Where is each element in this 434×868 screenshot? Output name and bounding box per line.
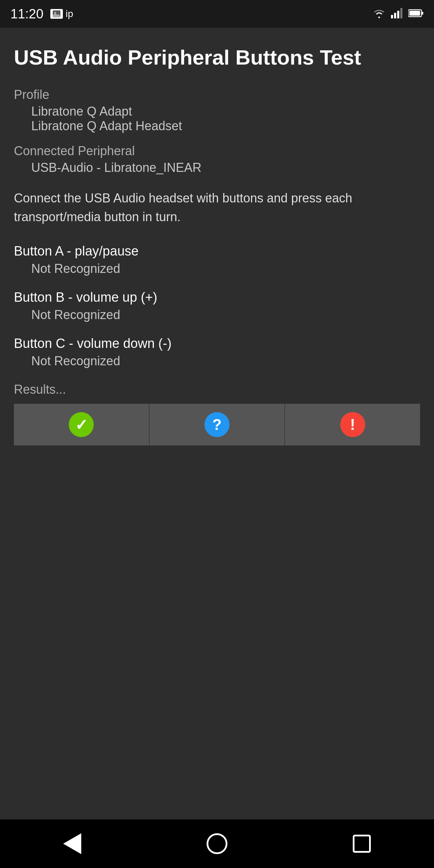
ip-label: ip <box>66 8 73 19</box>
profile-label: Profile <box>14 87 420 102</box>
profile-value-1: Libratone Q Adapt <box>14 104 420 119</box>
pass-button[interactable]: ✓ <box>14 404 150 445</box>
button-c-section: Button C - volume down (-) Not Recognize… <box>14 336 420 368</box>
status-icons: ip <box>50 8 73 19</box>
button-b-status: Not Recognized <box>14 308 420 322</box>
pass-icon: ✓ <box>69 412 94 437</box>
main-content: USB Audio Peripheral Buttons Test Profil… <box>0 28 434 819</box>
action-buttons-container: ✓ ? ! <box>14 404 420 445</box>
connected-peripheral-label: Connected Peripheral <box>14 144 420 158</box>
button-b-section: Button B - volume up (+) Not Recognized <box>14 290 420 322</box>
svg-rect-4 <box>397 11 399 18</box>
home-icon <box>207 833 227 854</box>
button-b-label: Button B - volume up (+) <box>14 290 420 305</box>
profile-value-2: Libratone Q Adapt Headset <box>14 119 420 133</box>
recents-button[interactable] <box>344 826 379 861</box>
image-icon <box>50 9 63 19</box>
results-label: Results... <box>14 382 420 397</box>
status-left: 11:20 ip <box>10 7 73 22</box>
svg-rect-5 <box>400 8 402 18</box>
button-a-label: Button A - play/pause <box>14 244 420 259</box>
status-right <box>372 8 424 20</box>
status-time: 11:20 <box>10 7 43 22</box>
battery-icon <box>408 9 424 19</box>
button-a-section: Button A - play/pause Not Recognized <box>14 244 420 276</box>
button-c-label: Button C - volume down (-) <box>14 336 420 351</box>
svg-rect-7 <box>422 12 423 15</box>
svg-rect-3 <box>394 13 396 18</box>
signal-icon <box>391 8 403 20</box>
recents-icon <box>353 835 371 853</box>
button-c-status: Not Recognized <box>14 354 420 368</box>
connected-peripheral-section: Connected Peripheral USB-Audio - Librato… <box>14 144 420 175</box>
back-icon <box>63 833 81 854</box>
connected-peripheral-value: USB-Audio - Libratone_INEAR <box>14 160 420 175</box>
svg-rect-2 <box>391 15 393 18</box>
fail-button[interactable]: ! <box>285 404 420 445</box>
home-button[interactable] <box>200 826 234 861</box>
fail-icon: ! <box>340 412 365 437</box>
back-button[interactable] <box>55 826 90 861</box>
status-bar: 11:20 ip <box>0 0 434 28</box>
profile-section: Profile Libratone Q Adapt Libratone Q Ad… <box>14 87 420 133</box>
instruction-text: Connect the USB Audio headset with butto… <box>14 189 420 226</box>
info-button[interactable]: ? <box>150 404 285 445</box>
button-a-status: Not Recognized <box>14 261 420 276</box>
nav-bar <box>0 819 434 868</box>
page-title: USB Audio Peripheral Buttons Test <box>14 45 420 70</box>
svg-rect-8 <box>409 11 420 16</box>
info-icon: ? <box>205 412 229 437</box>
wifi-icon <box>372 8 386 20</box>
